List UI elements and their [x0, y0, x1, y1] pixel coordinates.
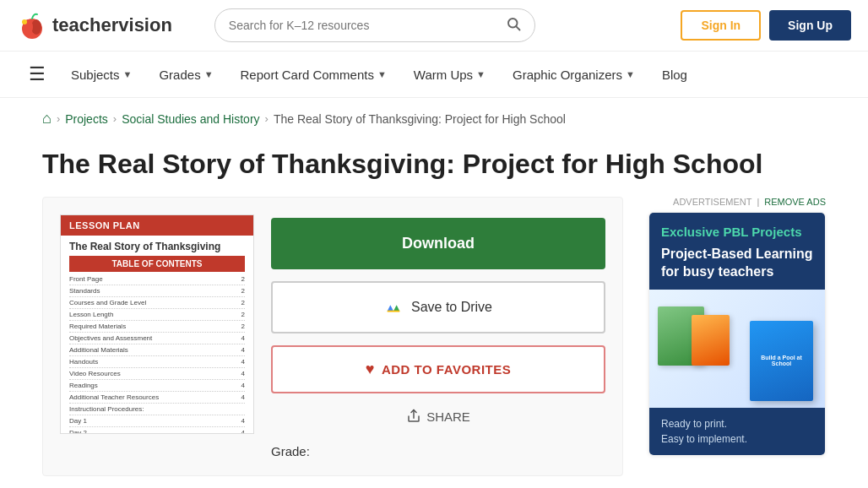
nav-item-grades[interactable]: Grades ▼ — [145, 54, 226, 95]
preview-title: The Real Story of Thanksgiving — [61, 236, 253, 256]
ad-card-headline: Project-Based Learning for busy teachers — [661, 246, 813, 281]
advertisement-area: ADVERTISEMENT | REMOVE ADS Exclusive PBL… — [648, 197, 826, 476]
breadcrumb-sep-2: › — [113, 112, 117, 125]
subjects-chevron-icon: ▼ — [123, 69, 133, 79]
logo-apple-icon — [17, 10, 47, 41]
warm-ups-chevron-icon: ▼ — [476, 69, 486, 79]
nav-item-blog[interactable]: Blog — [648, 54, 701, 95]
ad-book-tertiary — [692, 315, 730, 366]
nav-item-graphic-organizers[interactable]: Graphic Organizers ▼ — [499, 54, 648, 95]
svg-line-5 — [516, 26, 519, 30]
toc-line: Additional Materials4 — [69, 346, 245, 356]
svg-point-3 — [22, 19, 27, 24]
ad-label: ADVERTISEMENT | REMOVE ADS — [648, 197, 826, 207]
toc-line: Required Materials2 — [69, 323, 245, 333]
breadcrumb-sep-1: › — [57, 112, 60, 125]
nav-item-warm-ups[interactable]: Warm Ups ▼ — [400, 54, 499, 95]
report-card-chevron-icon: ▼ — [377, 69, 387, 79]
nav-item-report-card-comments[interactable]: Report Card Comments ▼ — [227, 54, 400, 95]
toc-line: Instructional Procedures: — [69, 405, 245, 415]
logo-text: teachervision — [52, 14, 172, 36]
preview-toc-header: TABLE OF CONTENTS — [69, 256, 245, 272]
toc-line: Handouts4 — [69, 358, 245, 368]
grade-label: Grade: — [271, 444, 605, 458]
share-button[interactable]: SHARE — [271, 405, 605, 427]
download-button[interactable]: Download — [271, 218, 605, 269]
resource-preview: LESSON PLAN The Real Story of Thanksgivi… — [60, 214, 254, 434]
toc-line: Front Page2 — [69, 275, 245, 285]
header-buttons: Sign In Sign Up — [681, 10, 851, 41]
toc-line: Day 14 — [69, 417, 245, 427]
ad-card-top: Exclusive PBL Projects Project-Based Lea… — [649, 213, 825, 290]
page-title: The Real Story of Thanksgiving: Project … — [42, 148, 826, 180]
breadcrumb: ⌂ › Projects › Social Studies and Histor… — [0, 98, 868, 139]
search-button[interactable] — [506, 16, 521, 35]
pipe-separator: | — [757, 197, 759, 207]
main-content: LESSON PLAN The Real Story of Thanksgivi… — [0, 197, 868, 488]
ad-card-image: Build a Pool at School — [649, 290, 825, 408]
logo[interactable]: teachervision — [17, 10, 172, 41]
signup-button[interactable]: Sign Up — [769, 10, 851, 41]
toc-line: Additional Teacher Resources4 — [69, 393, 245, 404]
resource-area: LESSON PLAN The Real Story of Thanksgivi… — [42, 197, 623, 476]
home-icon-link[interactable]: ⌂ — [42, 110, 52, 127]
breadcrumb-subject-link[interactable]: Social Studies and History — [122, 112, 259, 126]
toc-line: Video Resources4 — [69, 370, 245, 380]
nav-item-subjects[interactable]: Subjects ▼ — [57, 54, 145, 95]
ad-book-title: Build a Pool at School — [750, 351, 813, 370]
breadcrumb-sep-3: › — [265, 112, 269, 125]
preview-toc-lines: Front Page2Standards2Courses and Grade L… — [61, 272, 253, 434]
add-to-favorites-button[interactable]: ♥ ADD TO FAVORITES — [271, 345, 605, 393]
share-icon — [406, 409, 421, 424]
ad-card[interactable]: Exclusive PBL Projects Project-Based Lea… — [648, 212, 826, 456]
ad-card-sub1: Ready to print. — [661, 416, 813, 431]
toc-line: Day 24 — [69, 429, 245, 434]
preview-header-label: LESSON PLAN — [61, 215, 253, 236]
toc-line: Readings4 — [69, 382, 245, 392]
breadcrumb-current-page: The Real Story of Thanksgiving: Project … — [274, 112, 566, 126]
home-icon: ⌂ — [42, 110, 52, 127]
action-buttons: Download Save to Drive ♥ ADD TO FAVORITE… — [271, 214, 605, 458]
breadcrumb-projects-link[interactable]: Projects — [65, 112, 108, 126]
ad-card-sub2: Easy to implement. — [661, 431, 813, 447]
signin-button[interactable]: Sign In — [681, 10, 761, 41]
drive-icon — [384, 298, 403, 317]
search-input[interactable] — [229, 19, 499, 32]
hamburger-menu-button[interactable]: ☰ — [17, 52, 57, 97]
grades-chevron-icon: ▼ — [204, 69, 214, 79]
graphic-organizers-chevron-icon: ▼ — [626, 69, 635, 79]
toc-line: Courses and Grade Level2 — [69, 299, 245, 309]
ad-card-bottom: Ready to print. Easy to implement. — [649, 408, 825, 455]
search-bar — [214, 8, 535, 42]
ad-card-title: Exclusive PBL Projects — [661, 225, 813, 239]
toc-line: Objectives and Assessment4 — [69, 334, 245, 344]
toc-line: Lesson Length2 — [69, 311, 245, 321]
remove-ads-link[interactable]: REMOVE ADS — [764, 197, 826, 207]
search-icon — [506, 16, 521, 31]
save-to-drive-button[interactable]: Save to Drive — [271, 281, 605, 333]
toc-line: Standards2 — [69, 287, 245, 297]
header: teachervision Sign In Sign Up — [0, 0, 868, 52]
page-title-area: The Real Story of Thanksgiving: Project … — [0, 139, 868, 197]
heart-icon: ♥ — [366, 361, 375, 378]
main-nav: ☰ Subjects ▼ Grades ▼ Report Card Commen… — [0, 52, 868, 98]
